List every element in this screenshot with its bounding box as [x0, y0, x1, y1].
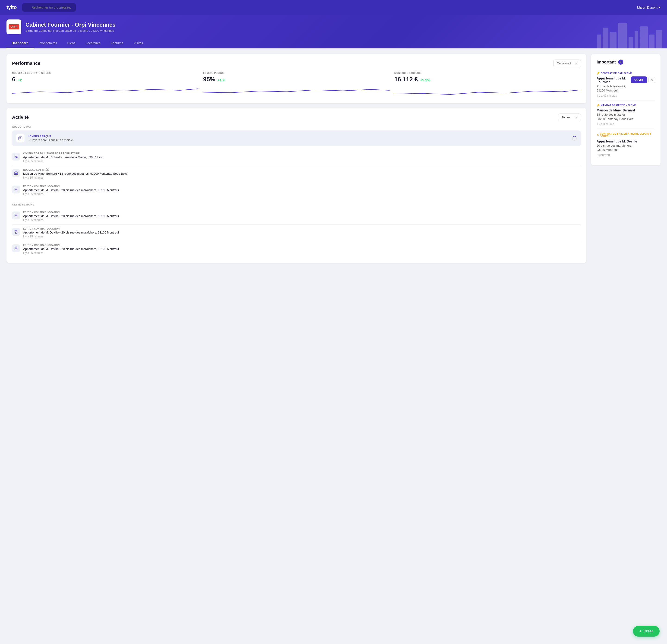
metric-contrats-delta: +2: [18, 78, 22, 82]
act-text-3: EDITION CONTRAT LOCATION Appartement de …: [23, 185, 119, 196]
activity-card: Activité Toutes Loyers Contrats Lots AUJ…: [6, 108, 586, 263]
act-type-w3: EDITION CONTRAT LOCATION: [23, 244, 119, 246]
performance-metrics: NOUVEAUX CONTRATS SIGNÉS 6 +2 LOYERS PER…: [12, 72, 581, 98]
loyers-text: LOYERS PERÇUS 38 loyers perçus sur 40 ce…: [28, 135, 74, 142]
activity-item-week-1: EDITION CONTRAT LOCATION Appartement de …: [12, 208, 581, 225]
act-type-3: EDITION CONTRAT LOCATION: [23, 185, 119, 188]
act-type-2: NOUVEAU LOT CRÉÉ: [23, 168, 127, 171]
loyers-type: LOYERS PERÇUS: [28, 135, 74, 138]
today-items: CONTRAT DE BAIL SIGNÉ PAR PROPRIÉTAIRE A…: [12, 149, 581, 198]
act-time-w1: Il y a 35 minutes: [23, 219, 119, 222]
act-time-2: Il y a 35 minutes: [23, 176, 127, 179]
week-label: CETTE SEMAINE: [12, 203, 581, 206]
act-time-3: Il y a 35 minutes: [23, 193, 119, 196]
app-logo: tylto: [6, 4, 17, 11]
imp-type-bail1: 🔑 CONTRAT DE BAIL SIGNÉ: [597, 72, 655, 75]
important-badge: 3: [618, 60, 623, 65]
search-input[interactable]: [22, 3, 76, 12]
activity-item-week-2: EDITION CONTRAT LOCATION Appartement de …: [12, 225, 581, 241]
metric-contrats-value: 6: [12, 76, 15, 83]
act-desc-2: Maison de Mme. Bernard • 18 route des pl…: [23, 172, 127, 175]
key-icon: 🔑: [597, 72, 600, 75]
svg-point-8: [16, 157, 17, 158]
loyers-icon: [16, 134, 25, 143]
metric-contrats: NOUVEAUX CONTRATS SIGNÉS 6 +2: [12, 72, 198, 98]
key-icon-mandat: 🔑: [597, 104, 600, 107]
user-menu[interactable]: Martin Dupont ▾: [637, 5, 661, 9]
act-icon-document-w2: [12, 228, 20, 236]
imp-type-label-bail2: CONTRAT DE BAIL EN ATTENTE DEPUIS 5 JOUR…: [600, 132, 655, 138]
important-item-mandat1: 🔑 MANDAT DE GESTION SIGNÉ Maison de Mme.…: [597, 101, 655, 129]
act-type-w2: EDITION CONTRAT LOCATION: [23, 227, 119, 230]
sparkline-loyers: [203, 85, 390, 97]
period-select[interactable]: Ce mois-ci Ce trimestre Cette année: [553, 60, 581, 67]
act-time-w3: Il y a 35 minutes: [23, 251, 119, 255]
loading-spinner: [572, 136, 577, 141]
activity-filter[interactable]: Toutes Loyers Contrats Lots: [558, 113, 581, 121]
act-type-1: CONTRAT DE BAIL SIGNÉ PAR PROPRIÉTAIRE: [23, 152, 103, 155]
act-text-2: NOUVEAU LOT CRÉÉ Maison de Mme. Bernard …: [23, 168, 127, 179]
activity-header: Activité Toutes Loyers Contrats Lots: [12, 113, 581, 121]
act-icon-document-1: [12, 186, 20, 193]
tab-proprietaires[interactable]: Propriétaires: [34, 38, 62, 48]
act-desc-w1: Appartement de M. Deville • 20 bis rue d…: [23, 214, 119, 218]
imp-name-bail2: Appartement de M. Deville: [597, 140, 655, 143]
imp-time-bail1: Il y a 45 minutes: [597, 94, 655, 97]
act-icon-contract: [12, 152, 20, 161]
sparkline-montants: [394, 85, 581, 97]
activity-item-edition-deville-1: EDITION CONTRAT LOCATION Appartement de …: [12, 182, 581, 198]
metric-contrats-label: NOUVEAUX CONTRATS SIGNÉS: [12, 72, 198, 74]
important-title: Important: [597, 60, 616, 65]
svg-rect-10: [16, 173, 16, 174]
svg-rect-11: [15, 173, 16, 173]
metric-montants: MONTANTS FACTURÉS 16 112 € +5.1%: [394, 72, 581, 98]
imp-type-bail2: ⚠ CONTRAT DE BAIL EN ATTENTE DEPUIS 5 JO…: [597, 132, 655, 138]
act-time-1: Il y a 35 minutes: [23, 160, 103, 163]
act-icon-document-w1: [12, 211, 20, 220]
imp-type-label-mandat1: MANDAT DE GESTION SIGNÉ: [601, 104, 636, 107]
activity-title: Activité: [12, 115, 29, 120]
imp-name-bail1: Appartement de M. Fournier: [597, 77, 628, 84]
agency-address: 2 Rue de Condé sur Noireau place de la M…: [26, 29, 116, 32]
tab-dashboard[interactable]: Dashboard: [6, 38, 34, 48]
imp-addr-bail2: 20 bis rue des maraîchers,93100 Montreui…: [597, 144, 655, 152]
agency-logo-text: ORPI: [9, 24, 19, 29]
main-content: Performance Ce mois-ci Ce trimestre Cett…: [0, 48, 667, 269]
act-time-w2: Il y a 35 minutes: [23, 235, 119, 238]
metric-montants-value-row: 16 112 € +5.1%: [394, 76, 581, 83]
tab-visites[interactable]: Visites: [129, 38, 148, 48]
header-band: ORPI Cabinet Fournier - Orpi Vincennes 2…: [0, 15, 667, 48]
tab-factures[interactable]: Factures: [105, 38, 128, 48]
act-text-w2: EDITION CONTRAT LOCATION Appartement de …: [23, 227, 119, 238]
search-wrapper: 🔍: [22, 3, 152, 12]
activity-item-contrat-richard: CONTRAT DE BAIL SIGNÉ PAR PROPRIÉTAIRE A…: [12, 149, 581, 166]
loyers-left: LOYERS PERÇUS 38 loyers perçus sur 40 ce…: [16, 134, 74, 143]
important-card: Important 3 🔑 CONTRAT DE BAIL SIGNÉ Appa…: [591, 54, 661, 165]
imp-type-mandat1: 🔑 MANDAT DE GESTION SIGNÉ: [597, 104, 655, 107]
metric-montants-delta: +5.1%: [420, 78, 430, 82]
city-illustration: [597, 23, 662, 48]
metric-loyers-delta: +1.9: [218, 78, 225, 82]
important-header: Important 3: [597, 60, 655, 65]
tab-biens[interactable]: Biens: [62, 38, 81, 48]
right-column: Important 3 🔑 CONTRAT DE BAIL SIGNÉ Appa…: [591, 54, 661, 263]
act-desc-1: Appartement de M. Richard • 3 rue de la …: [23, 156, 103, 159]
imp-addr-mandat1: 18 route des platanes,93200 Fontenay-Sou…: [597, 113, 655, 121]
activity-item-lot-bernard: NOUVEAU LOT CRÉÉ Maison de Mme. Bernard …: [12, 166, 581, 182]
close-button-bail1[interactable]: ✕: [649, 77, 655, 83]
ouvrir-button-bail1[interactable]: Ouvrir: [631, 77, 647, 83]
act-icon-building: [12, 169, 20, 177]
metric-loyers-value-row: 95% +1.9: [203, 76, 390, 83]
imp-time-bail2: Aujourd'hui: [597, 154, 655, 157]
today-label: AUJOURD'HUI: [12, 125, 581, 128]
metric-loyers-label: LOYERS PERÇUS: [203, 72, 390, 74]
navbar: tylto 🔍 Martin Dupont ▾: [0, 0, 667, 15]
svg-rect-12: [16, 173, 17, 173]
act-text-w3: EDITION CONTRAT LOCATION Appartement de …: [23, 244, 119, 255]
imp-actions-bail1: Ouvrir ✕: [631, 77, 655, 83]
metric-montants-label: MONTANTS FACTURÉS: [394, 72, 581, 74]
metric-loyers: LOYERS PERÇUS 95% +1.9: [203, 72, 390, 98]
tab-locataires[interactable]: Locataires: [81, 38, 106, 48]
act-desc-w2: Appartement de M. Deville • 20 bis rue d…: [23, 231, 119, 234]
agency-info: Cabinet Fournier - Orpi Vincennes 2 Rue …: [26, 21, 116, 32]
